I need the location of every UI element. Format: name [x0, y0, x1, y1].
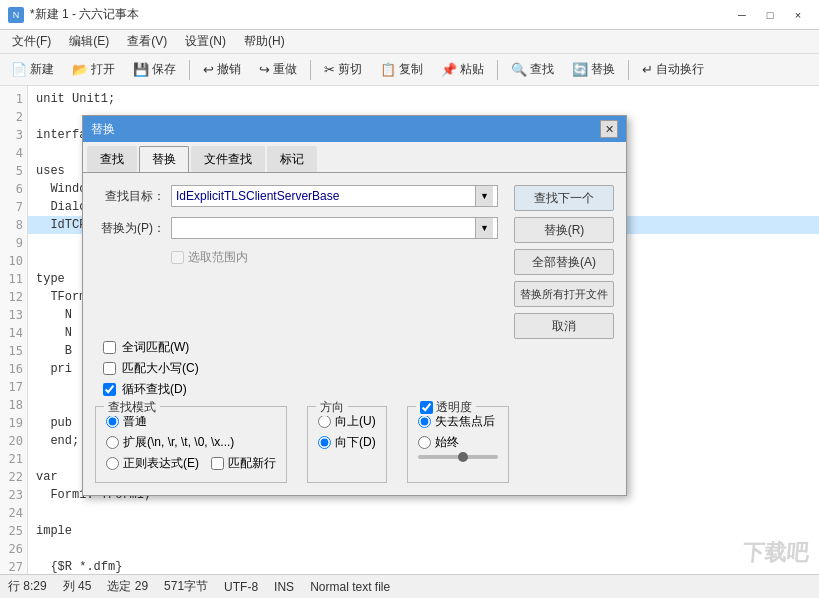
- replace-input[interactable]: ▼: [171, 217, 498, 239]
- undo-icon: ↩: [203, 62, 214, 77]
- menu-settings[interactable]: 设置(N): [177, 31, 234, 52]
- toolbar-cut[interactable]: ✂ 剪切: [317, 57, 369, 82]
- toolbar-find[interactable]: 🔍 查找: [504, 57, 561, 82]
- line-number: 19: [4, 414, 23, 432]
- line-number: 11: [4, 270, 23, 288]
- transparency-group-label: 透明度: [416, 399, 476, 416]
- replace-all-open-button[interactable]: 替换所有打开文件: [514, 281, 614, 307]
- editor-line: unit Unit1;: [36, 92, 115, 106]
- toolbar-wordwrap[interactable]: ↵ 自动换行: [635, 57, 711, 82]
- transparency-checkbox[interactable]: [420, 401, 433, 414]
- dir-down-row: 向下(D): [318, 434, 376, 451]
- window-title: *新建 1 - 六六记事本: [30, 6, 139, 23]
- transparency-slider-thumb[interactable]: [458, 452, 468, 462]
- toolbar-redo-label: 重做: [273, 61, 297, 78]
- replace-button[interactable]: 替换(R): [514, 217, 614, 243]
- dir-up-radio[interactable]: [318, 415, 331, 428]
- toolbar-open[interactable]: 📂 打开: [65, 57, 122, 82]
- mode-regex-radio[interactable]: [106, 457, 119, 470]
- editor-line: N: [36, 308, 72, 322]
- line-number: 1: [4, 90, 23, 108]
- checkbox-row-1: 匹配大小写(C): [103, 360, 614, 377]
- cancel-button[interactable]: 取消: [514, 313, 614, 339]
- wraparound-label: 循环查找(D): [122, 381, 187, 398]
- dialog-titlebar: 替换 ✕: [83, 116, 626, 142]
- tab-mark[interactable]: 标记: [267, 146, 317, 172]
- menu-edit[interactable]: 编辑(E): [61, 31, 117, 52]
- menu-file[interactable]: 文件(F): [4, 31, 59, 52]
- title-bar-left: N *新建 1 - 六六记事本: [8, 6, 139, 23]
- dir-down-radio[interactable]: [318, 436, 331, 449]
- tab-file-find[interactable]: 文件查找: [191, 146, 265, 172]
- direction-group: 方向 向上(U) 向下(D): [307, 406, 387, 483]
- range-checkbox-row: 选取范围内: [171, 249, 498, 266]
- line-numbers: 1234567891011121314151617181920212223242…: [0, 86, 28, 574]
- find-next-button[interactable]: 查找下一个: [514, 185, 614, 211]
- form-area-top: 查找目标： IdExplicitTLSClientServerBase ▼ 替换…: [95, 185, 614, 339]
- match-newline-checkbox[interactable]: [211, 457, 224, 470]
- maximize-button[interactable]: □: [757, 5, 783, 25]
- menu-help[interactable]: 帮助(H): [236, 31, 293, 52]
- status-bar: 行 8:29 列 45 选定 29 571字节 UTF-8 INS Normal…: [0, 574, 819, 598]
- replace-row: 替换为(P)： ▼: [95, 217, 498, 239]
- menu-view[interactable]: 查看(V): [119, 31, 175, 52]
- find-input-value: IdExplicitTLSClientServerBase: [176, 189, 475, 203]
- toolbar-copy[interactable]: 📋 复制: [373, 57, 430, 82]
- trans-always-label: 始终: [435, 434, 459, 451]
- wraparound-checkbox[interactable]: [103, 383, 116, 396]
- close-button[interactable]: ×: [785, 5, 811, 25]
- status-bytes: 571字节: [164, 578, 208, 595]
- tab-replace[interactable]: 替换: [139, 146, 189, 172]
- cut-icon: ✂: [324, 62, 335, 77]
- toolbar-new[interactable]: 📄 新建: [4, 57, 61, 82]
- dialog-close-button[interactable]: ✕: [600, 120, 618, 138]
- transparency-slider-track: [418, 455, 498, 459]
- toolbar-paste[interactable]: 📌 粘贴: [434, 57, 491, 82]
- direction-label: 方向: [316, 399, 348, 416]
- toolbar-save[interactable]: 💾 保存: [126, 57, 183, 82]
- line-number: 22: [4, 468, 23, 486]
- line-number: 12: [4, 288, 23, 306]
- toolbar-wordwrap-label: 自动换行: [656, 61, 704, 78]
- status-row: 行 8:29: [8, 578, 47, 595]
- tab-find[interactable]: 查找: [87, 146, 137, 172]
- editor-line: N: [36, 326, 72, 340]
- replace-input-dropdown[interactable]: ▼: [475, 218, 493, 238]
- redo-icon: ↪: [259, 62, 270, 77]
- editor-line: pub: [36, 416, 72, 430]
- mode-normal-radio[interactable]: [106, 415, 119, 428]
- toolbar-replace[interactable]: 🔄 替换: [565, 57, 622, 82]
- find-row: 查找目标： IdExplicitTLSClientServerBase ▼: [95, 185, 498, 207]
- toolbar-sep-1: [189, 60, 190, 80]
- matchcase-checkbox[interactable]: [103, 362, 116, 375]
- checkboxes-area: 全词匹配(W) 匹配大小写(C) 循环查找(D): [95, 339, 614, 398]
- replace-all-button[interactable]: 全部替换(A): [514, 249, 614, 275]
- range-checkbox[interactable]: [171, 251, 184, 264]
- line-number: 14: [4, 324, 23, 342]
- mode-extended-row: 扩展(\n, \r, \t, \0, \x...): [106, 434, 276, 451]
- toolbar-redo[interactable]: ↪ 重做: [252, 57, 304, 82]
- mode-regex-row: 正则表达式(E) 匹配新行: [106, 455, 276, 472]
- copy-icon: 📋: [380, 62, 396, 77]
- minimize-button[interactable]: ─: [729, 5, 755, 25]
- toolbar-new-label: 新建: [30, 61, 54, 78]
- editor-line: uses: [36, 164, 65, 178]
- line-number: 27: [4, 558, 23, 574]
- find-input[interactable]: IdExplicitTLSClientServerBase ▼: [171, 185, 498, 207]
- trans-always-radio[interactable]: [418, 436, 431, 449]
- line-number: 15: [4, 342, 23, 360]
- save-icon: 💾: [133, 62, 149, 77]
- search-mode-label: 查找模式: [104, 399, 160, 416]
- find-input-dropdown[interactable]: ▼: [475, 186, 493, 206]
- checkbox-row-2: 循环查找(D): [103, 381, 614, 398]
- line-number: 8: [4, 216, 23, 234]
- line-number: 3: [4, 126, 23, 144]
- dir-down-label: 向下(D): [335, 434, 376, 451]
- fullword-checkbox[interactable]: [103, 341, 116, 354]
- dialog-tabs: 查找 替换 文件查找 标记: [83, 142, 626, 173]
- trans-focus-radio[interactable]: [418, 415, 431, 428]
- editor-line: var: [36, 470, 58, 484]
- toolbar-undo[interactable]: ↩ 撤销: [196, 57, 248, 82]
- toolbar-sep-3: [497, 60, 498, 80]
- mode-extended-radio[interactable]: [106, 436, 119, 449]
